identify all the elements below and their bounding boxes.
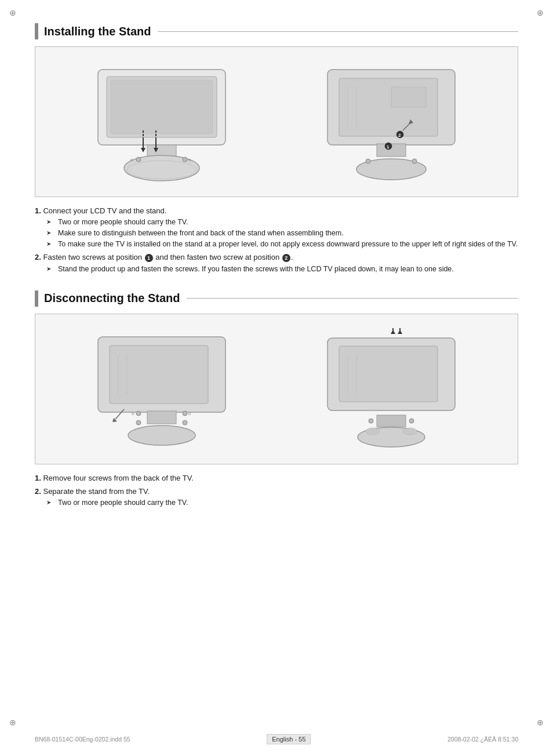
section2-step2: 2. Separate the stand from the TV. Two o… [35, 487, 518, 507]
section2-illustrations: o o [47, 323, 506, 455]
page: ⊕ ⊕ ⊕ ⊕ Installing the Stand [0, 0, 553, 756]
svg-text:o: o [132, 411, 134, 416]
svg-text:o: o [188, 157, 191, 162]
tv-disconnecting-1: o o [81, 325, 243, 453]
section1-step1: 1. Connect your LCD TV and the stand. Tw… [35, 206, 518, 248]
section2-instructions: 1. Remove four screws from the back of t… [35, 474, 518, 507]
svg-point-44 [183, 420, 187, 425]
step2-circle1: 1 [145, 254, 153, 262]
step1-bullet-3: To make sure the TV is installed on the … [46, 240, 518, 248]
tv-illustration-1: o o [81, 58, 243, 186]
corner-mark-tr: ⊕ [536, 8, 545, 17]
svg-point-13 [183, 157, 187, 162]
svg-text:1: 1 [387, 144, 390, 150]
sec2-step1-text: Remove four screws from the back of the … [43, 474, 193, 482]
step1-bullet-1: Two or more people should carry the TV. [46, 218, 518, 226]
svg-point-36 [128, 426, 195, 445]
svg-point-29 [366, 159, 370, 163]
section2-image-box: o o [35, 314, 518, 464]
page-footer: BN68-01514C-00Eng-0202.indd 55 English -… [0, 734, 553, 744]
section1-line [158, 31, 518, 32]
step2-bullets: Stand the product up and fasten the scre… [46, 265, 518, 273]
step2-text-post: . [291, 253, 293, 261]
svg-text:o: o [130, 157, 133, 162]
section-installing: Installing the Stand [35, 23, 518, 273]
section1-image-box: o o [35, 46, 518, 197]
tv-illustration-2: 1 2 [310, 58, 472, 186]
svg-point-56 [409, 419, 414, 423]
footer-datetime: 2008-02-02 ¿ÄÈÄ 8:51:30 [448, 736, 518, 743]
svg-rect-2 [111, 80, 213, 134]
section2-title-bar: Disconnecting the Stand [35, 290, 518, 307]
sec2-step2-bullet-1: Two or more people should carry the TV. [46, 499, 518, 507]
step1-text: Connect your LCD TV and the stand. [43, 206, 166, 215]
svg-point-12 [136, 157, 141, 162]
svg-point-39 [136, 411, 141, 416]
step2-num: 2. [35, 253, 41, 261]
svg-rect-20 [391, 87, 426, 107]
footer-page-badge: English - 55 [267, 734, 311, 744]
svg-rect-35 [147, 411, 176, 424]
svg-rect-50 [339, 346, 438, 402]
corner-mark-br: ⊕ [536, 718, 545, 727]
step1-bullets: Two or more people should carry the TV. … [46, 218, 518, 248]
svg-marker-46 [391, 330, 395, 334]
section2-step1: 1. Remove four screws from the back of t… [35, 474, 518, 482]
step2-bullet-1: Stand the product up and fasten the scre… [46, 265, 518, 273]
section2-title: Disconnecting the Stand [44, 292, 180, 305]
sec2-step2-text: Separate the stand from the TV. [43, 487, 150, 496]
section1-title-bar: Installing the Stand [35, 23, 518, 39]
step2-circle2: 2 [282, 254, 290, 262]
section1-step2: 2. Fasten two screws at position 1 and t… [35, 253, 518, 273]
sec2-step2-num: 2. [35, 487, 41, 496]
step1-num: 1. [35, 206, 41, 215]
step1-bullet-2: Make sure to distinguish between the fro… [46, 229, 518, 237]
tv-disconnecting-2 [310, 325, 472, 453]
footer-filename: BN68-01514C-00Eng-0202.indd 55 [35, 736, 130, 743]
svg-text:2: 2 [398, 133, 401, 138]
svg-point-43 [136, 420, 141, 425]
svg-rect-3 [147, 145, 176, 157]
svg-rect-53 [377, 415, 406, 427]
step2-text-pre: Fasten two screws at position [43, 253, 144, 261]
svg-point-30 [412, 159, 417, 163]
section1-accent [35, 23, 38, 39]
sec2-step2-bullets: Two or more people should carry the TV. [46, 499, 518, 507]
corner-mark-tl: ⊕ [8, 8, 17, 17]
section2-accent [35, 290, 38, 307]
svg-point-58 [403, 428, 417, 435]
section1-instructions: 1. Connect your LCD TV and the stand. Tw… [35, 206, 518, 273]
sec2-step1-num: 1. [35, 474, 41, 482]
svg-point-57 [366, 428, 380, 435]
svg-rect-32 [110, 346, 208, 404]
svg-text:o: o [188, 411, 191, 416]
section1-title: Installing the Stand [44, 25, 151, 38]
corner-mark-bl: ⊕ [8, 718, 17, 727]
svg-point-55 [369, 419, 373, 423]
section1-illustrations: o o [47, 56, 506, 188]
svg-marker-48 [398, 330, 402, 334]
section-disconnecting: Disconnecting the Stand [35, 290, 518, 507]
section2-line [187, 298, 518, 299]
step2-text-mid: and then fasten two screw at position [154, 253, 282, 261]
svg-marker-7 [141, 148, 145, 152]
svg-point-40 [183, 411, 187, 416]
